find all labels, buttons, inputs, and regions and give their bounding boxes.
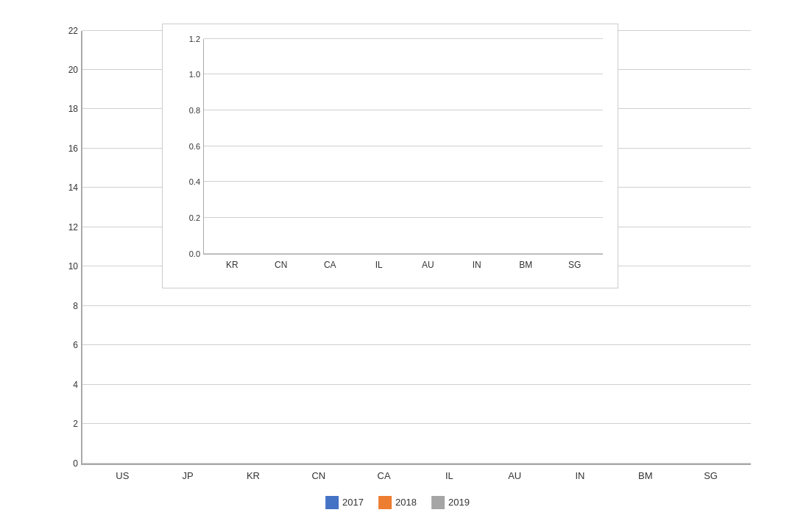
bar-group-label-in: IN xyxy=(575,470,584,481)
chart-container: 0246810121416182022 USJPKRCNCAILAUINBMSG… xyxy=(29,16,766,517)
legend-color-2019 xyxy=(431,496,445,509)
bar-group-label-jp: JP xyxy=(183,470,194,481)
bar-group-label-il: IL xyxy=(445,470,453,481)
inset-bar-group-label-cn: CN xyxy=(275,260,287,270)
legend-color-2018 xyxy=(378,496,392,509)
bar-group-label-us: US xyxy=(116,470,129,481)
inset-chart-area: 0.00.20.40.60.81.01.2 KRCNCAILAUINBMSG xyxy=(203,39,603,255)
chart-legend: 201720182019 xyxy=(325,496,470,509)
legend-label-2017: 2017 xyxy=(342,497,364,508)
inset-bar-group-label-ca: CA xyxy=(324,260,336,270)
inset-bars-area: KRCNCAILAUINBMSG xyxy=(204,39,603,254)
legend-label-2019: 2019 xyxy=(448,497,470,508)
bar-group-label-cn: CN xyxy=(311,470,325,481)
legend-item-2018: 2018 xyxy=(378,496,417,509)
legend-item-2017: 2017 xyxy=(325,496,364,509)
bar-group-label-au: AU xyxy=(508,470,521,481)
legend-label-2018: 2018 xyxy=(395,497,417,508)
legend-item-2019: 2019 xyxy=(431,496,470,509)
inset-bar-group-label-il: IL xyxy=(375,260,383,270)
inset-bar-group-label-kr: KR xyxy=(226,260,239,270)
bar-group-label-sg: SG xyxy=(704,470,718,481)
bar-group-label-ca: CA xyxy=(378,470,391,481)
bar-group-label-kr: KR xyxy=(247,470,260,481)
inset-chart: 0.00.20.40.60.81.01.2 KRCNCAILAUINBMSG xyxy=(162,24,618,288)
inset-bar-group-label-bm: BM xyxy=(519,260,532,270)
inset-bar-group-label-sg: SG xyxy=(568,260,581,270)
bar-group-label-bm: BM xyxy=(638,470,653,481)
inset-bar-group-label-in: IN xyxy=(473,260,481,270)
inset-bar-group-label-au: AU xyxy=(422,260,434,270)
legend-color-2017 xyxy=(325,496,339,509)
